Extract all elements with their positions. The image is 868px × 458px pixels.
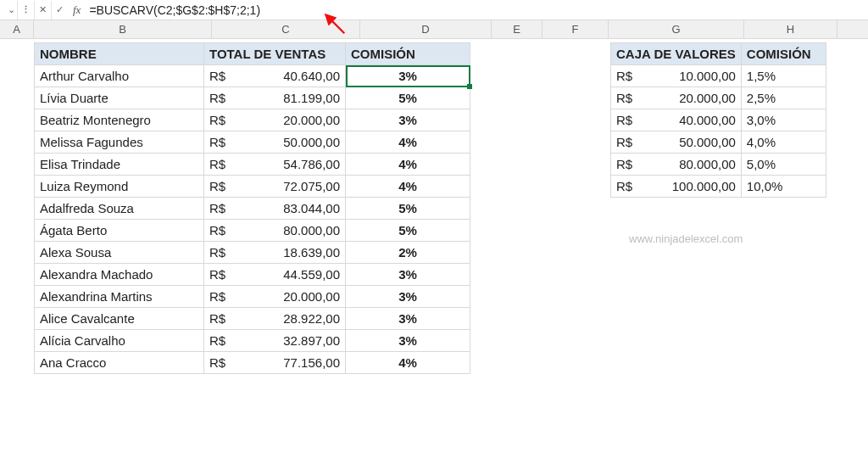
cell-name[interactable]: Luiza Reymond bbox=[35, 176, 204, 198]
cell-comision[interactable]: 2% bbox=[346, 242, 470, 264]
cell-comision[interactable]: 3% bbox=[346, 65, 470, 87]
cell-comision-side[interactable]: 4,0% bbox=[741, 131, 826, 154]
cell-caja[interactable]: R$10.000,00 bbox=[611, 65, 742, 87]
table-row: Ágata BertoR$80.000,005% bbox=[35, 220, 470, 242]
table-row: R$20.000,002,5% bbox=[611, 87, 826, 109]
col-header-e[interactable]: E bbox=[492, 20, 542, 38]
cell-total[interactable]: R$54.786,00 bbox=[204, 154, 346, 176]
table-row: Elisa TrindadeR$54.786,004% bbox=[35, 154, 470, 176]
cell-comision-side[interactable]: 5,0% bbox=[741, 154, 826, 176]
cell-name[interactable]: Beatriz Montenegro bbox=[35, 109, 204, 131]
table-row: Lívia DuarteR$81.199,005% bbox=[35, 87, 470, 109]
col-header-g[interactable]: G bbox=[609, 20, 744, 38]
cell-comision[interactable]: 3% bbox=[346, 286, 470, 308]
cell-total[interactable]: R$40.640,00 bbox=[204, 65, 346, 87]
formula-input[interactable]: =BUSCARV(C2;$G$2:$H$7;2;1) bbox=[86, 3, 868, 17]
cell-total[interactable]: R$80.000,00 bbox=[204, 220, 346, 242]
cell-total[interactable]: R$32.897,00 bbox=[204, 330, 346, 352]
cell-name[interactable]: Lívia Duarte bbox=[35, 87, 204, 109]
cell-comision[interactable]: 3% bbox=[346, 308, 470, 330]
cell-comision[interactable]: 3% bbox=[346, 109, 470, 131]
col-header-c[interactable]: C bbox=[212, 20, 360, 38]
header-caja[interactable]: CAJA DE VALORES bbox=[611, 43, 742, 65]
cell-comision-side[interactable]: 2,5% bbox=[741, 87, 826, 109]
accept-icon[interactable]: ✓ bbox=[51, 1, 68, 20]
watermark: www.ninjadelexcel.com bbox=[629, 232, 743, 245]
cell-total[interactable]: R$44.559,00 bbox=[204, 264, 346, 286]
header-total[interactable]: TOTAL DE VENTAS bbox=[204, 43, 346, 65]
header-nombre[interactable]: NOMBRE bbox=[35, 43, 204, 65]
cell-total[interactable]: R$18.639,00 bbox=[204, 242, 346, 264]
table-row: Alice CavalcanteR$28.922,003% bbox=[35, 308, 470, 330]
table-row: Ana CraccoR$77.156,004% bbox=[35, 352, 470, 374]
cell-comision[interactable]: 4% bbox=[346, 352, 470, 374]
name-box-dropdown-icon[interactable]: ⌄ bbox=[0, 1, 17, 20]
cell-name[interactable]: Adalfreda Souza bbox=[35, 198, 204, 220]
cell-total[interactable]: R$20.000,00 bbox=[204, 286, 346, 308]
table-row: Adalfreda SouzaR$83.044,005% bbox=[35, 198, 470, 220]
cell-comision[interactable]: 5% bbox=[346, 198, 470, 220]
lookup-table: CAJA DE VALORES COMISIÓN R$10.000,001,5%… bbox=[610, 42, 826, 198]
cell-caja[interactable]: R$20.000,00 bbox=[611, 87, 742, 109]
cell-name[interactable]: Alice Cavalcante bbox=[35, 308, 204, 330]
cell-total[interactable]: R$77.156,00 bbox=[204, 352, 346, 374]
cell-name[interactable]: Ana Cracco bbox=[35, 352, 204, 374]
cell-name[interactable]: Alexandrina Martins bbox=[35, 286, 204, 308]
cell-comision[interactable]: 4% bbox=[346, 131, 470, 154]
table-row: Alexandrina MartinsR$20.000,003% bbox=[35, 286, 470, 308]
table-row: R$40.000,003,0% bbox=[611, 109, 826, 131]
cell-comision[interactable]: 4% bbox=[346, 176, 470, 198]
table-row: R$80.000,005,0% bbox=[611, 154, 826, 176]
table-row: Luiza ReymondR$72.075,004% bbox=[35, 176, 470, 198]
formula-bar: ⌄ ⋮ ✕ ✓ fx =BUSCARV(C2;$G$2:$H$7;2;1) bbox=[0, 0, 868, 20]
table-row: Alexandra MachadoR$44.559,003% bbox=[35, 264, 470, 286]
cell-caja[interactable]: R$80.000,00 bbox=[611, 154, 742, 176]
cell-total[interactable]: R$72.075,00 bbox=[204, 176, 346, 198]
cell-comision[interactable]: 3% bbox=[346, 330, 470, 352]
column-headers: A B C D E F G H bbox=[0, 20, 868, 39]
cell-name[interactable]: Alícia Carvalho bbox=[35, 330, 204, 352]
cell-comision[interactable]: 3% bbox=[346, 264, 470, 286]
cell-name[interactable]: Alexandra Machado bbox=[35, 264, 204, 286]
cell-total[interactable]: R$83.044,00 bbox=[204, 198, 346, 220]
cell-comision-side[interactable]: 1,5% bbox=[741, 65, 826, 87]
header-comision-side[interactable]: COMISIÓN bbox=[741, 43, 826, 65]
col-header-a[interactable]: A bbox=[0, 20, 34, 38]
cell-caja[interactable]: R$100.000,00 bbox=[611, 176, 742, 198]
cell-name[interactable]: Arthur Carvalho bbox=[35, 65, 204, 87]
table-row: R$50.000,004,0% bbox=[611, 131, 826, 154]
cell-comision[interactable]: 4% bbox=[346, 154, 470, 176]
cell-caja[interactable]: R$40.000,00 bbox=[611, 109, 742, 131]
worksheet-area[interactable]: NOMBRE TOTAL DE VENTAS COMISIÓN Arthur C… bbox=[0, 39, 868, 458]
cancel-icon[interactable]: ✕ bbox=[34, 1, 51, 20]
col-header-h[interactable]: H bbox=[744, 20, 837, 38]
cell-caja[interactable]: R$50.000,00 bbox=[611, 131, 742, 154]
cell-name[interactable]: Alexa Sousa bbox=[35, 242, 204, 264]
sales-table: NOMBRE TOTAL DE VENTAS COMISIÓN Arthur C… bbox=[34, 42, 470, 374]
table-row: R$100.000,0010,0% bbox=[611, 176, 826, 198]
cell-name[interactable]: Elisa Trindade bbox=[35, 154, 204, 176]
table-row: Alexa SousaR$18.639,002% bbox=[35, 242, 470, 264]
cell-total[interactable]: R$81.199,00 bbox=[204, 87, 346, 109]
cell-total[interactable]: R$20.000,00 bbox=[204, 109, 346, 131]
cell-comision-side[interactable]: 3,0% bbox=[741, 109, 826, 131]
col-header-d[interactable]: D bbox=[360, 20, 492, 38]
table-row: Alícia CarvalhoR$32.897,003% bbox=[35, 330, 470, 352]
fx-label[interactable]: fx bbox=[68, 3, 86, 17]
cell-name[interactable]: Melissa Fagundes bbox=[35, 131, 204, 154]
table-row: R$10.000,001,5% bbox=[611, 65, 826, 87]
table-row: Arthur CarvalhoR$40.640,003% bbox=[35, 65, 470, 87]
cell-name[interactable]: Ágata Berto bbox=[35, 220, 204, 242]
cell-total[interactable]: R$28.922,00 bbox=[204, 308, 346, 330]
cell-comision-side[interactable]: 10,0% bbox=[741, 176, 826, 198]
cell-comision[interactable]: 5% bbox=[346, 87, 470, 109]
cell-total[interactable]: R$50.000,00 bbox=[204, 131, 346, 154]
cell-comision[interactable]: 5% bbox=[346, 220, 470, 242]
col-header-f[interactable]: F bbox=[542, 20, 609, 38]
header-comision[interactable]: COMISIÓN bbox=[346, 43, 470, 65]
table-row: Melissa FagundesR$50.000,004% bbox=[35, 131, 470, 154]
table-row: Beatriz MontenegroR$20.000,003% bbox=[35, 109, 470, 131]
col-header-b[interactable]: B bbox=[34, 20, 212, 38]
